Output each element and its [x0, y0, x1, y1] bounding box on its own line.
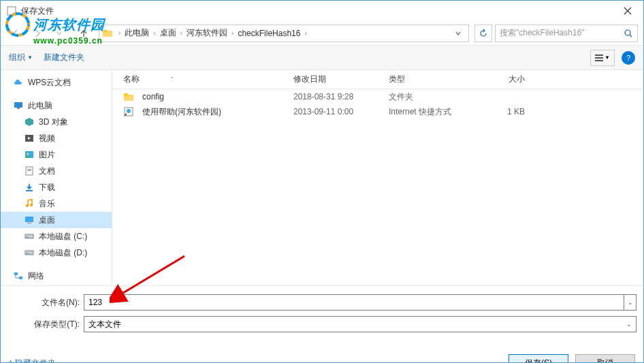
- svg-rect-24: [26, 237, 29, 238]
- svg-point-32: [127, 109, 131, 113]
- sidebar-label: 图片: [39, 149, 55, 161]
- sort-indicator-icon: ˄: [171, 76, 174, 82]
- sidebar: WPS云文档 此电脑 3D 对象 视频 图片 文档 下载 音乐: [1, 70, 112, 285]
- svg-point-19: [26, 204, 29, 207]
- sidebar-item-disk-c[interactable]: 本地磁盘 (C:): [1, 228, 112, 244]
- svg-rect-22: [27, 223, 31, 223]
- col-date-header[interactable]: 修改日期: [293, 74, 389, 85]
- view-options-button[interactable]: ▼: [590, 50, 615, 66]
- sidebar-item-wps[interactable]: WPS云文档: [1, 74, 112, 91]
- network-icon: [13, 270, 24, 281]
- sidebar-item-pictures[interactable]: 图片: [1, 146, 112, 163]
- help-button[interactable]: ?: [622, 51, 635, 65]
- file-type: Internet 快捷方式: [389, 106, 484, 118]
- forward-button[interactable]: [28, 24, 47, 43]
- breadcrumb-item[interactable]: checkFileHash16: [236, 29, 302, 38]
- chevron-down-icon: ▼: [605, 54, 610, 61]
- search-placeholder: 搜索"checkFileHash16": [500, 27, 624, 39]
- sidebar-label: 本地磁盘 (D:): [39, 247, 87, 259]
- col-type-header[interactable]: 类型: [389, 74, 484, 85]
- svg-rect-16: [27, 169, 31, 170]
- chevron-up-icon: ˄: [9, 360, 12, 364]
- sidebar-item-pc[interactable]: 此电脑: [1, 97, 112, 114]
- svg-rect-28: [19, 277, 22, 279]
- sidebar-label: 文档: [39, 165, 55, 177]
- svg-rect-5: [103, 30, 107, 32]
- sidebar-item-downloads[interactable]: 下载: [1, 179, 112, 195]
- file-name: config: [142, 92, 164, 101]
- sidebar-item-3d[interactable]: 3D 对象: [1, 114, 112, 130]
- svg-rect-21: [25, 217, 33, 222]
- breadcrumb-item[interactable]: 河东软件园: [185, 27, 229, 39]
- sidebar-item-desktop[interactable]: 桌面: [1, 212, 112, 228]
- arrow-up-icon: [78, 28, 89, 39]
- svg-rect-17: [27, 170, 31, 171]
- navbar: › 此电脑 › 桌面 › 河东软件园 › checkFileHash16 › 搜…: [1, 21, 643, 46]
- cancel-button[interactable]: 取消: [575, 354, 635, 363]
- svg-rect-26: [26, 253, 29, 254]
- filename-panel: 文件名(N): ⌄ 保存类型(T): 文本文件 ⌄: [1, 285, 643, 345]
- chevron-down-icon: [56, 30, 63, 37]
- sidebar-item-documents[interactable]: 文档: [1, 163, 112, 179]
- filename-dropdown[interactable]: ⌄: [624, 294, 637, 311]
- sidebar-label: 网络: [28, 270, 44, 282]
- svg-point-6: [625, 30, 630, 35]
- toolbar: 组织 ▼ 新建文件夹 ▼ ?: [1, 46, 643, 70]
- chevron-down-icon: [455, 30, 462, 37]
- breadcrumb[interactable]: › 此电脑 › 桌面 › 河东软件园 › checkFileHash16 ›: [99, 25, 469, 42]
- arrow-left-icon: [10, 28, 21, 39]
- video-icon: [24, 133, 35, 144]
- drive-icon: [24, 231, 35, 242]
- breadcrumb-sep: ›: [116, 29, 123, 37]
- sidebar-label: 音乐: [39, 198, 55, 210]
- sidebar-label: 视频: [39, 133, 55, 144]
- file-type: 文件夹: [389, 91, 484, 103]
- filetype-value: 文本文件: [88, 319, 121, 330]
- sidebar-label: 下载: [39, 182, 55, 193]
- chevron-down-icon: ⌄: [628, 299, 633, 306]
- sidebar-item-disk-d[interactable]: 本地磁盘 (D:): [1, 244, 112, 261]
- titlebar: 保存文件: [1, 1, 643, 21]
- filetype-label: 保存类型(T):: [7, 319, 84, 330]
- history-dropdown[interactable]: [50, 24, 69, 43]
- search-input[interactable]: 搜索"checkFileHash16": [495, 25, 638, 42]
- column-headers: 名称˄ 修改日期 类型 大小: [112, 70, 643, 89]
- svg-rect-7: [595, 54, 603, 56]
- desktop-icon: [24, 215, 35, 225]
- file-row[interactable]: 使用帮助(河东软件园) 2013-09-11 0:00 Internet 快捷方…: [112, 104, 643, 119]
- svg-point-20: [30, 204, 33, 206]
- shortcut-icon: [123, 106, 134, 117]
- drive-icon: [24, 247, 35, 258]
- filename-input[interactable]: [84, 294, 624, 311]
- back-button[interactable]: [6, 24, 25, 43]
- cloud-icon: [13, 77, 24, 88]
- col-name-header[interactable]: 名称˄: [123, 74, 293, 85]
- sidebar-item-network[interactable]: 网络: [1, 268, 112, 284]
- window-title: 保存文件: [21, 5, 612, 17]
- breadcrumb-item[interactable]: 桌面: [159, 27, 178, 39]
- new-folder-button[interactable]: 新建文件夹: [44, 52, 84, 63]
- filetype-select[interactable]: 文本文件 ⌄: [84, 316, 637, 332]
- svg-rect-18: [26, 190, 33, 191]
- main-area: WPS云文档 此电脑 3D 对象 视频 图片 文档 下载 音乐: [1, 70, 643, 285]
- save-button[interactable]: 保存(S): [509, 354, 568, 363]
- up-button[interactable]: [74, 24, 93, 43]
- sidebar-item-music[interactable]: 音乐: [1, 195, 112, 212]
- svg-rect-10: [14, 102, 22, 108]
- sidebar-item-video[interactable]: 视频: [1, 130, 112, 146]
- refresh-button[interactable]: [474, 25, 492, 42]
- breadcrumb-dropdown[interactable]: [451, 25, 466, 42]
- breadcrumb-item[interactable]: 此电脑: [123, 27, 150, 39]
- svg-point-14: [27, 153, 29, 155]
- file-row[interactable]: config 2018-08-31 9:28 文件夹: [112, 89, 643, 104]
- col-size-header[interactable]: 大小: [484, 74, 538, 85]
- search-icon: [624, 29, 633, 38]
- organize-button[interactable]: 组织 ▼: [9, 52, 33, 63]
- image-icon: [24, 149, 35, 160]
- svg-rect-30: [124, 93, 128, 96]
- file-list: 名称˄ 修改日期 类型 大小 config 2018-08-31 9:28 文件…: [112, 70, 643, 285]
- file-date: 2018-08-31 9:28: [293, 92, 389, 101]
- download-icon: [24, 182, 35, 193]
- hide-folders-toggle[interactable]: ˄ 隐藏文件夹: [9, 358, 56, 364]
- close-button[interactable]: [612, 1, 643, 21]
